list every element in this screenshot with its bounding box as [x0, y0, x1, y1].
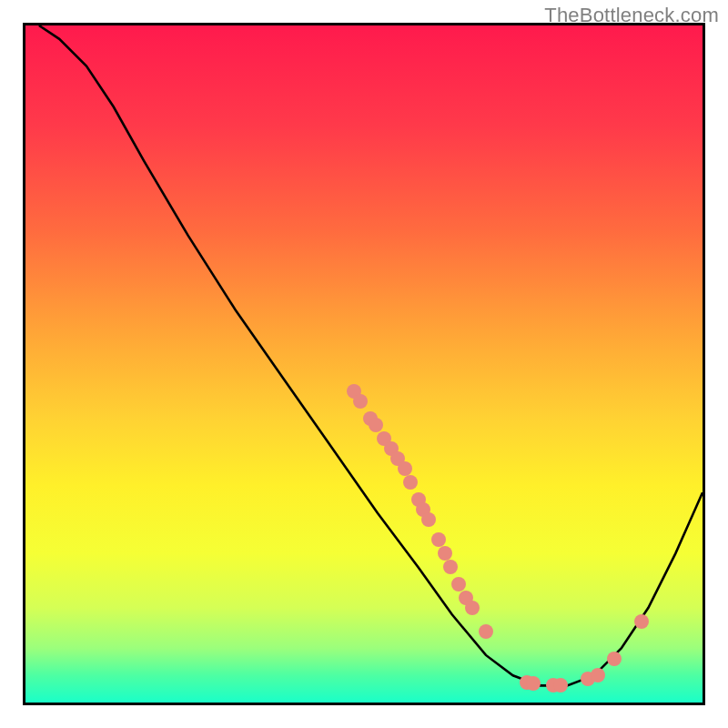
data-point-marker: [607, 652, 622, 666]
curve-line: [25, 25, 703, 703]
chart-stage: TheBottleneck.com: [0, 0, 728, 728]
data-point-marker: [403, 475, 418, 490]
watermark-text: TheBottleneck.com: [544, 4, 719, 27]
data-point-marker: [479, 624, 493, 639]
data-point-marker: [634, 614, 649, 629]
data-point-marker: [398, 461, 412, 476]
plot-area: [23, 23, 705, 705]
data-point-marker: [421, 512, 436, 527]
data-point-marker: [465, 601, 480, 615]
data-point-marker: [591, 668, 605, 682]
data-point-marker: [451, 577, 466, 592]
